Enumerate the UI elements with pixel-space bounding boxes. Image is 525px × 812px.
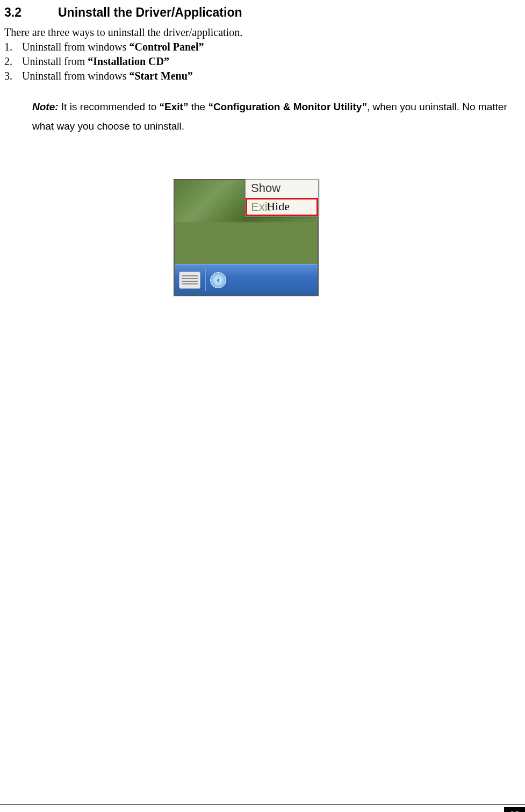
windows-taskbar: ‹: [175, 264, 318, 295]
list-item: 2.Uninstall from “Installation CD”: [4, 55, 525, 68]
list-text: Uninstall from: [22, 55, 88, 67]
note-bold: “Configuration & Monitor Utility”: [208, 101, 367, 112]
page-footer: 13: [0, 804, 525, 807]
screenshot-tray-menu: Show Exit Hide ‹: [174, 179, 319, 296]
list-number: 1.: [4, 41, 22, 53]
heading-title: Uninstall the Driver/Application: [58, 5, 242, 19]
list-number: 3.: [4, 70, 22, 82]
list-item: 1.Uninstall from windows “Control Panel”: [4, 41, 525, 53]
note-text: It is recommended to: [59, 101, 160, 112]
note-bold: “Exit”: [160, 101, 189, 112]
menu-item-exit[interactable]: Exit: [246, 198, 318, 216]
page-number: 13: [504, 807, 525, 812]
taskbar-divider: [205, 269, 206, 291]
note-label: Note:: [32, 101, 59, 112]
note-text: the: [188, 101, 208, 112]
menu-item-show[interactable]: Show: [246, 180, 318, 197]
intro-paragraph: There are three ways to uninstall the dr…: [4, 26, 525, 39]
arrow-glyph: ‹: [217, 274, 220, 286]
list-number: 2.: [4, 55, 22, 68]
keyboard-icon[interactable]: [179, 272, 200, 289]
list-bold: “Control Panel”: [129, 41, 204, 53]
context-menu: Show Exit: [245, 179, 319, 217]
uninstall-methods-list: 1.Uninstall from windows “Control Panel”…: [4, 41, 525, 82]
list-text: Uninstall from windows: [22, 41, 129, 53]
list-text: Uninstall from windows: [22, 70, 129, 82]
section-heading: 3.2Uninstall the Driver/Application: [4, 5, 525, 20]
list-item: 3.Uninstall from windows “Start Menu”: [4, 70, 525, 82]
list-bold: “Installation CD”: [88, 55, 169, 67]
list-bold: “Start Menu”: [129, 70, 192, 82]
tray-expand-icon[interactable]: ‹: [210, 272, 226, 288]
note-paragraph: Note: It is recommended to “Exit” the “C…: [4, 97, 525, 136]
heading-number: 3.2: [4, 5, 58, 20]
